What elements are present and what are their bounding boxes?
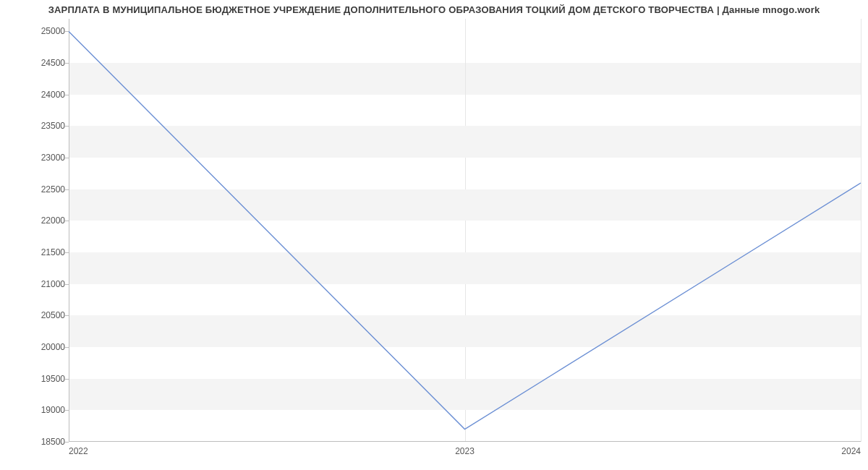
y-tick-label: 18500 xyxy=(7,437,65,447)
y-tick-mark xyxy=(65,410,69,411)
x-tick-label: 2024 xyxy=(841,446,861,456)
y-tick-mark xyxy=(65,379,69,380)
y-tick-mark xyxy=(65,442,69,443)
y-tick-label: 24500 xyxy=(7,58,65,68)
y-tick-label: 19500 xyxy=(7,374,65,384)
x-tick-label: 2022 xyxy=(69,446,88,456)
y-tick-mark xyxy=(65,347,69,348)
v-gridline xyxy=(861,19,861,442)
y-tick-label: 23000 xyxy=(7,153,65,163)
y-tick-mark xyxy=(65,95,69,95)
y-tick-label: 21500 xyxy=(7,247,65,257)
y-tick-label: 20500 xyxy=(7,310,65,320)
y-tick-label: 20000 xyxy=(7,342,65,352)
plot-area: 202220232024 xyxy=(69,19,861,442)
y-tick-mark xyxy=(65,63,69,64)
y-tick-label: 19000 xyxy=(7,405,65,415)
chart-title: ЗАРПЛАТА В МУНИЦИПАЛЬНОЕ БЮДЖЕТНОЕ УЧРЕЖ… xyxy=(0,4,868,15)
y-tick-label: 23500 xyxy=(7,121,65,131)
y-tick-mark xyxy=(65,284,69,285)
y-tick-mark xyxy=(65,126,69,127)
series-line xyxy=(69,31,861,429)
y-tick-mark xyxy=(65,158,69,158)
y-tick-mark xyxy=(65,315,69,316)
y-tick-label: 22000 xyxy=(7,215,65,226)
y-tick-label: 21000 xyxy=(7,279,65,289)
y-tick-mark xyxy=(65,252,69,253)
y-tick-label: 22500 xyxy=(7,184,65,195)
chart-container: ЗАРПЛАТА В МУНИЦИПАЛЬНОЕ БЮДЖЕТНОЕ УЧРЕЖ… xyxy=(0,0,868,470)
y-tick-mark xyxy=(65,221,69,221)
line-series xyxy=(69,19,861,442)
y-tick-label: 24000 xyxy=(7,90,65,100)
y-tick-mark xyxy=(65,31,69,32)
y-tick-label: 25000 xyxy=(7,26,65,36)
y-tick-mark xyxy=(65,189,69,190)
x-tick-label: 2023 xyxy=(455,446,475,456)
